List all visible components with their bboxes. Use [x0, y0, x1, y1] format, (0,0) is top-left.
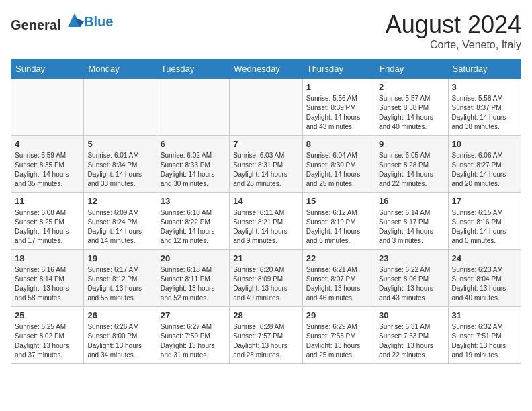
day-info: Sunrise: 6:09 AM Sunset: 8:24 PM Dayligh…	[87, 208, 152, 246]
calendar-day	[157, 79, 229, 136]
calendar-day: 22Sunrise: 6:21 AM Sunset: 8:07 PM Dayli…	[302, 250, 375, 307]
logo-general-text: General	[11, 17, 60, 32]
day-number: 18	[15, 253, 80, 263]
day-number: 21	[233, 253, 298, 263]
day-number: 12	[87, 196, 152, 206]
calendar-day	[84, 79, 157, 136]
calendar-day: 19Sunrise: 6:17 AM Sunset: 8:12 PM Dayli…	[84, 250, 157, 307]
calendar-day: 17Sunrise: 6:15 AM Sunset: 8:16 PM Dayli…	[448, 193, 521, 250]
day-header-wednesday: Wednesday	[230, 60, 302, 79]
day-number: 11	[15, 196, 80, 206]
day-info: Sunrise: 5:59 AM Sunset: 8:35 PM Dayligh…	[15, 151, 80, 189]
logo: General Blue	[11, 11, 113, 33]
day-number: 24	[452, 253, 517, 263]
logo-icon	[65, 11, 84, 30]
day-info: Sunrise: 6:04 AM Sunset: 8:30 PM Dayligh…	[306, 151, 371, 189]
calendar-day: 24Sunrise: 6:23 AM Sunset: 8:04 PM Dayli…	[448, 250, 521, 307]
calendar-day: 26Sunrise: 6:26 AM Sunset: 8:00 PM Dayli…	[84, 307, 157, 364]
day-header-sunday: Sunday	[11, 60, 84, 79]
day-info: Sunrise: 6:20 AM Sunset: 8:09 PM Dayligh…	[233, 265, 298, 303]
day-number: 7	[233, 139, 298, 149]
calendar-header-row: SundayMondayTuesdayWednesdayThursdayFrid…	[11, 60, 521, 79]
page-header: General Blue August 2024 Corte, Veneto, …	[11, 11, 521, 51]
day-number: 26	[87, 310, 152, 320]
calendar-day: 20Sunrise: 6:18 AM Sunset: 8:11 PM Dayli…	[157, 250, 229, 307]
day-info: Sunrise: 6:14 AM Sunset: 8:17 PM Dayligh…	[379, 208, 444, 246]
day-info: Sunrise: 6:27 AM Sunset: 7:59 PM Dayligh…	[161, 322, 226, 360]
calendar-day: 3Sunrise: 5:58 AM Sunset: 8:37 PM Daylig…	[448, 79, 521, 136]
calendar-day: 2Sunrise: 5:57 AM Sunset: 8:38 PM Daylig…	[375, 79, 448, 136]
calendar-table: SundayMondayTuesdayWednesdayThursdayFrid…	[11, 59, 521, 364]
day-number: 31	[452, 310, 517, 320]
day-number: 14	[233, 196, 298, 206]
day-info: Sunrise: 6:05 AM Sunset: 8:28 PM Dayligh…	[379, 151, 444, 189]
calendar-day: 13Sunrise: 6:10 AM Sunset: 8:22 PM Dayli…	[157, 193, 229, 250]
day-number: 4	[15, 139, 80, 149]
calendar-week-3: 11Sunrise: 6:08 AM Sunset: 8:25 PM Dayli…	[11, 193, 521, 250]
day-number: 9	[379, 139, 444, 149]
logo-blue-text: Blue	[84, 14, 113, 29]
day-info: Sunrise: 6:02 AM Sunset: 8:33 PM Dayligh…	[161, 151, 226, 189]
day-info: Sunrise: 6:28 AM Sunset: 7:57 PM Dayligh…	[233, 322, 298, 360]
day-number: 10	[452, 139, 517, 149]
calendar-day: 28Sunrise: 6:28 AM Sunset: 7:57 PM Dayli…	[230, 307, 302, 364]
day-info: Sunrise: 6:32 AM Sunset: 7:51 PM Dayligh…	[452, 322, 517, 360]
day-number: 25	[15, 310, 80, 320]
location: Corte, Veneto, Italy	[386, 39, 521, 51]
month-year: August 2024	[386, 11, 521, 39]
calendar-week-1: 1Sunrise: 5:56 AM Sunset: 8:39 PM Daylig…	[11, 79, 521, 136]
calendar-day	[11, 79, 84, 136]
day-info: Sunrise: 6:26 AM Sunset: 8:00 PM Dayligh…	[87, 322, 152, 360]
calendar-day: 15Sunrise: 6:12 AM Sunset: 8:19 PM Dayli…	[302, 193, 375, 250]
day-header-monday: Monday	[84, 60, 157, 79]
day-info: Sunrise: 6:01 AM Sunset: 8:34 PM Dayligh…	[87, 151, 152, 189]
day-info: Sunrise: 5:58 AM Sunset: 8:37 PM Dayligh…	[452, 94, 517, 132]
calendar-day: 5Sunrise: 6:01 AM Sunset: 8:34 PM Daylig…	[84, 136, 157, 193]
day-info: Sunrise: 6:23 AM Sunset: 8:04 PM Dayligh…	[452, 265, 517, 303]
calendar-day: 27Sunrise: 6:27 AM Sunset: 7:59 PM Dayli…	[157, 307, 229, 364]
day-number: 17	[452, 196, 517, 206]
day-number: 5	[87, 139, 152, 149]
day-info: Sunrise: 6:22 AM Sunset: 8:06 PM Dayligh…	[379, 265, 444, 303]
day-number: 22	[306, 253, 371, 263]
day-number: 23	[379, 253, 444, 263]
day-header-thursday: Thursday	[302, 60, 375, 79]
calendar-week-4: 18Sunrise: 6:16 AM Sunset: 8:14 PM Dayli…	[11, 250, 521, 307]
day-info: Sunrise: 5:56 AM Sunset: 8:39 PM Dayligh…	[306, 94, 371, 132]
day-header-saturday: Saturday	[448, 60, 521, 79]
day-info: Sunrise: 6:18 AM Sunset: 8:11 PM Dayligh…	[161, 265, 226, 303]
calendar-day: 11Sunrise: 6:08 AM Sunset: 8:25 PM Dayli…	[11, 193, 84, 250]
day-number: 27	[161, 310, 226, 320]
calendar-week-2: 4Sunrise: 5:59 AM Sunset: 8:35 PM Daylig…	[11, 136, 521, 193]
calendar-day: 29Sunrise: 6:29 AM Sunset: 7:55 PM Dayli…	[302, 307, 375, 364]
calendar-day: 8Sunrise: 6:04 AM Sunset: 8:30 PM Daylig…	[302, 136, 375, 193]
calendar-day: 21Sunrise: 6:20 AM Sunset: 8:09 PM Dayli…	[230, 250, 302, 307]
day-info: Sunrise: 6:16 AM Sunset: 8:14 PM Dayligh…	[15, 265, 80, 303]
day-number: 15	[306, 196, 371, 206]
calendar-day: 31Sunrise: 6:32 AM Sunset: 7:51 PM Dayli…	[448, 307, 521, 364]
day-number: 28	[233, 310, 298, 320]
calendar-day: 10Sunrise: 6:06 AM Sunset: 8:27 PM Dayli…	[448, 136, 521, 193]
calendar-day: 25Sunrise: 6:25 AM Sunset: 8:02 PM Dayli…	[11, 307, 84, 364]
calendar-day: 9Sunrise: 6:05 AM Sunset: 8:28 PM Daylig…	[375, 136, 448, 193]
day-info: Sunrise: 6:29 AM Sunset: 7:55 PM Dayligh…	[306, 322, 371, 360]
day-info: Sunrise: 6:15 AM Sunset: 8:16 PM Dayligh…	[452, 208, 517, 246]
calendar-day: 30Sunrise: 6:31 AM Sunset: 7:53 PM Dayli…	[375, 307, 448, 364]
day-info: Sunrise: 6:21 AM Sunset: 8:07 PM Dayligh…	[306, 265, 371, 303]
calendar-day: 16Sunrise: 6:14 AM Sunset: 8:17 PM Dayli…	[375, 193, 448, 250]
calendar-day: 1Sunrise: 5:56 AM Sunset: 8:39 PM Daylig…	[302, 79, 375, 136]
day-info: Sunrise: 6:08 AM Sunset: 8:25 PM Dayligh…	[15, 208, 80, 246]
day-info: Sunrise: 6:03 AM Sunset: 8:31 PM Dayligh…	[233, 151, 298, 189]
title-block: August 2024 Corte, Veneto, Italy	[386, 11, 521, 51]
day-number: 1	[306, 82, 371, 92]
day-info: Sunrise: 6:11 AM Sunset: 8:21 PM Dayligh…	[233, 208, 298, 246]
calendar-day: 18Sunrise: 6:16 AM Sunset: 8:14 PM Dayli…	[11, 250, 84, 307]
calendar-day: 23Sunrise: 6:22 AM Sunset: 8:06 PM Dayli…	[375, 250, 448, 307]
day-info: Sunrise: 5:57 AM Sunset: 8:38 PM Dayligh…	[379, 94, 444, 132]
day-number: 30	[379, 310, 444, 320]
day-number: 29	[306, 310, 371, 320]
day-info: Sunrise: 6:25 AM Sunset: 8:02 PM Dayligh…	[15, 322, 80, 360]
day-number: 13	[161, 196, 226, 206]
calendar-day: 6Sunrise: 6:02 AM Sunset: 8:33 PM Daylig…	[157, 136, 229, 193]
day-info: Sunrise: 6:31 AM Sunset: 7:53 PM Dayligh…	[379, 322, 444, 360]
